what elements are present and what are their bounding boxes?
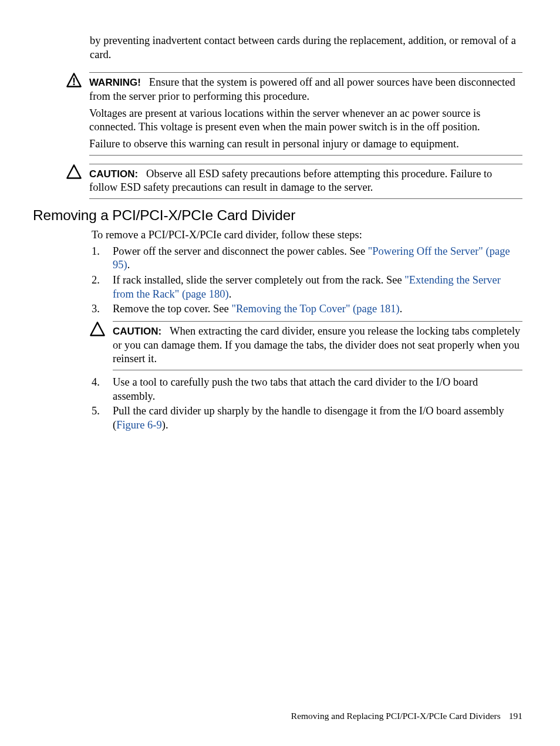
step-5: Pull the card divider up sharply by the …: [92, 404, 522, 432]
steps-list: Power off the server and disconnect the …: [92, 245, 522, 316]
step-1: Power off the server and disconnect the …: [92, 245, 522, 272]
steps-list-continued: Use a tool to carefully push the two tab…: [92, 376, 522, 433]
footer-text: Removing and Replacing PCI/PCI-X/PCIe Ca…: [291, 711, 501, 721]
step-3: Remove the top cover. See "Removing the …: [92, 302, 522, 316]
warning-icon: [66, 72, 89, 89]
caution2-label: CAUTION:: [113, 326, 161, 337]
warning-admonition: WARNING!Ensure that the system is powere…: [66, 72, 522, 155]
caution2-para: CAUTION:When extracting the card divider…: [113, 325, 522, 366]
svg-marker-3: [67, 165, 80, 178]
intro-paragraph: by preventing inadvertent contact betwee…: [90, 34, 522, 62]
warning-para-2: Voltages are present at various location…: [89, 107, 522, 134]
warning-label: WARNING!: [89, 77, 141, 88]
svg-marker-4: [90, 322, 104, 335]
caution-icon: [89, 321, 113, 337]
warning-para-3: Failure to observe this warning can resu…: [89, 137, 522, 151]
caution-icon: [66, 164, 89, 180]
warning-para-1: WARNING!Ensure that the system is powere…: [89, 76, 522, 103]
step-2: If rack installed, slide the server comp…: [92, 274, 522, 301]
step-4: Use a tool to carefully push the two tab…: [92, 376, 522, 403]
svg-point-2: [73, 83, 75, 85]
caution1-label: CAUTION:: [89, 168, 138, 180]
link-figure-6-9[interactable]: Figure 6-9: [116, 419, 162, 431]
link-removing-top-cover[interactable]: "Removing the Top Cover" (page 181): [231, 303, 399, 315]
caution-admonition-1: CAUTION:Observe all ESD safety precautio…: [66, 164, 522, 199]
section-intro: To remove a PCI/PCI-X/PCIe card divider,…: [92, 228, 522, 242]
section-heading: Removing a PCI/PCI-X/PCIe Card Divider: [33, 207, 522, 224]
page-footer: Removing and Replacing PCI/PCI-X/PCIe Ca…: [291, 711, 522, 721]
caution1-para: CAUTION:Observe all ESD safety precautio…: [89, 167, 522, 195]
caution-admonition-2: CAUTION:When extracting the card divider…: [89, 321, 522, 370]
page-number: 191: [509, 711, 522, 721]
